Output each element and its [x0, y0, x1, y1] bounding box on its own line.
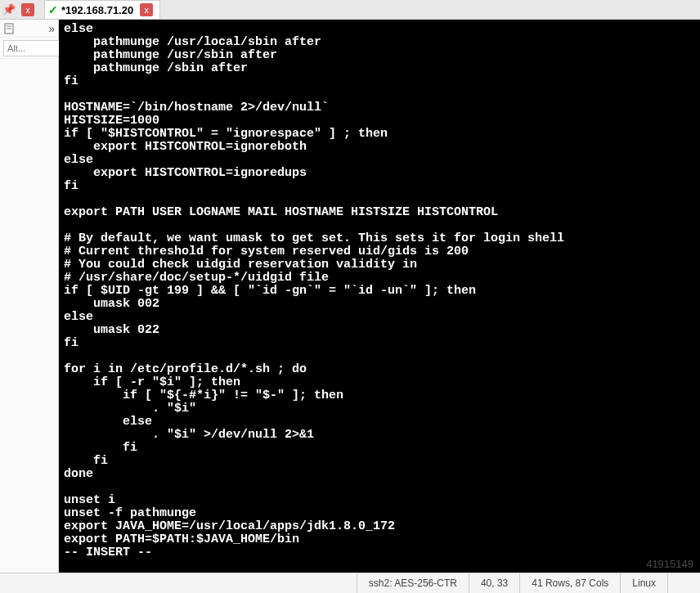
left-toolbar: »: [0, 20, 58, 38]
status-protocol: ssh2: AES-256-CTR: [357, 573, 469, 593]
terminal[interactable]: else pathmunge /usr/local/sbin after pat…: [59, 20, 700, 573]
close-tab-button[interactable]: x: [21, 3, 34, 16]
watermark: 41915149: [646, 558, 693, 570]
status-os: Linux: [620, 573, 667, 593]
status-dimensions: 41 Rows, 87 Cols: [519, 573, 620, 593]
tab-bar: 📌 x ✓ *192.168.71.20 x: [0, 0, 700, 20]
check-icon: ✓: [48, 3, 58, 16]
tab-title: *192.168.71.20: [61, 4, 133, 16]
vim-mode-indicator: -- INSERT --: [64, 546, 152, 559]
close-session-button[interactable]: x: [140, 3, 153, 16]
status-cursor: 40, 33: [469, 573, 519, 593]
pin-icon[interactable]: 📌: [0, 1, 18, 19]
status-bar: ssh2: AES-256-CTR 40, 33 41 Rows, 87 Col…: [0, 573, 700, 593]
host-input-row: 🔍: [0, 38, 58, 59]
file-icon[interactable]: [3, 22, 16, 35]
left-panel: » 🔍: [0, 20, 59, 573]
status-spacer: [0, 573, 357, 593]
status-end: [667, 573, 700, 593]
expand-icon[interactable]: »: [48, 22, 55, 35]
tab-active[interactable]: ✓ *192.168.71.20 x: [44, 0, 160, 19]
terminal-content: else pathmunge /usr/local/sbin after pat…: [64, 22, 564, 546]
